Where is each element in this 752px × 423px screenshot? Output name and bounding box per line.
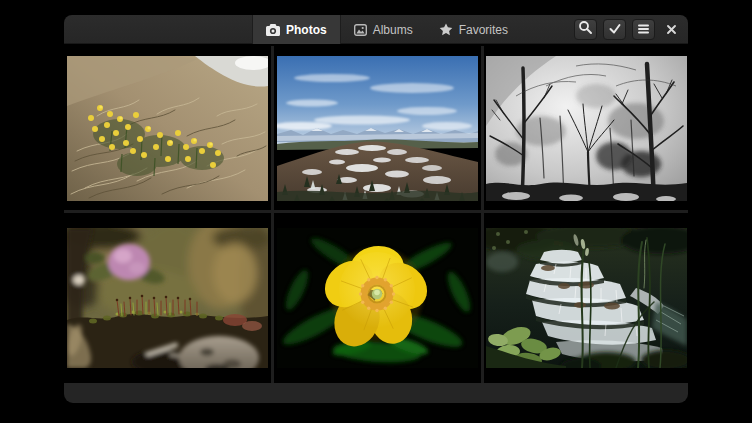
photo-daffodil-hillside [67, 56, 268, 201]
headerbar: Photos Albums Favorites [64, 15, 688, 44]
headerbar-actions [574, 15, 681, 44]
photo-cell[interactable] [484, 46, 688, 210]
tab-photos[interactable]: Photos [252, 15, 341, 44]
close-icon [666, 21, 677, 39]
album-icon [354, 24, 367, 36]
view-switcher: Photos Albums Favorites [252, 15, 521, 44]
photo-cell[interactable] [64, 46, 271, 210]
tab-label: Favorites [459, 23, 508, 37]
photos-app-window: Photos Albums Favorites [64, 15, 688, 403]
tab-label: Photos [286, 23, 327, 37]
photo-grid [64, 46, 688, 383]
camera-icon [266, 24, 280, 36]
photo-cell[interactable] [274, 213, 481, 383]
gallery-view [64, 44, 688, 383]
photo-cell[interactable] [64, 213, 271, 383]
photo-snowy-mountain-vista [277, 56, 478, 201]
hamburger-menu-icon [637, 21, 650, 39]
tab-albums[interactable]: Albums [341, 15, 426, 44]
photo-moss-macro [67, 228, 268, 368]
tab-label: Albums [373, 23, 413, 37]
tab-favorites[interactable]: Favorites [426, 15, 521, 44]
photo-cell[interactable] [274, 46, 481, 210]
photo-yellow-poppy [277, 228, 478, 368]
star-icon [439, 23, 453, 36]
photo-cell[interactable] [484, 213, 688, 383]
check-icon [608, 21, 622, 39]
photo-bare-trees-bw [486, 56, 687, 201]
search-icon [578, 20, 593, 39]
close-button[interactable] [661, 19, 681, 40]
menu-button[interactable] [632, 19, 655, 40]
search-button[interactable] [574, 19, 597, 40]
window-footer [64, 383, 688, 403]
photo-forest-waterfall [486, 228, 687, 368]
select-button[interactable] [603, 19, 626, 40]
